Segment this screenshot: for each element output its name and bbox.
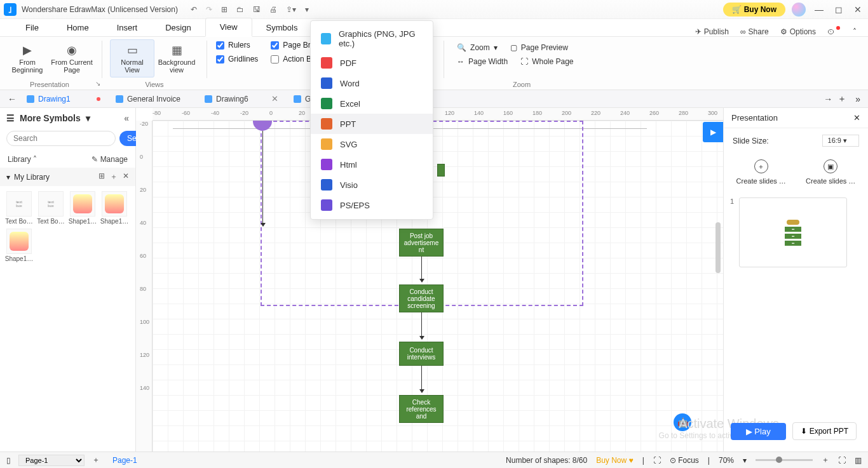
doc-tab-drawing1[interactable]: Drawing1 <box>19 90 108 108</box>
shape-thumb-3[interactable]: Shape1… <box>100 191 128 225</box>
shape-thumb-2[interactable]: Shape1… <box>69 191 97 225</box>
menu-design[interactable]: Design <box>151 19 205 36</box>
symbols-icon: ☰ <box>6 113 15 123</box>
shape-thumb-1[interactable]: textboxText Bo… <box>37 191 65 225</box>
qat-more-icon[interactable]: ▾ <box>305 5 309 14</box>
mylib-caret-icon[interactable]: ▾ <box>6 173 10 182</box>
slide-size-select[interactable]: 16:9 ▾ <box>822 135 859 147</box>
menu-symbols[interactable]: Symbols <box>252 19 312 36</box>
undo-icon[interactable]: ↶ <box>191 5 197 14</box>
manage-button[interactable]: ✎ Manage <box>92 155 128 164</box>
save-icon[interactable]: 🖫 <box>253 5 261 14</box>
new-icon[interactable]: ⊞ <box>221 5 227 14</box>
close-tab-icon[interactable]: ✕ <box>271 94 278 104</box>
ic-svg-icon <box>321 138 332 150</box>
rulers-checkbox[interactable]: Rulers <box>216 41 258 50</box>
export-item-html[interactable]: Html <box>311 154 433 175</box>
minimize-icon[interactable]: — <box>812 4 826 15</box>
notifications-icon[interactable]: ⏲ <box>827 27 841 36</box>
focus-button[interactable]: ⊙ Focus <box>670 456 699 465</box>
publish-button[interactable]: ✈ Publish <box>695 27 729 36</box>
menu-insert[interactable]: Insert <box>103 19 152 36</box>
maximize-icon[interactable]: ◻ <box>832 4 845 15</box>
export-item-ps-eps[interactable]: PS/EPS <box>311 195 433 215</box>
flow-node-2[interactable]: Conduct interviews <box>399 342 444 366</box>
create-slides-2-button[interactable]: ▣Create slides … <box>806 159 855 185</box>
mylib-close-icon[interactable]: ✕ <box>123 171 129 182</box>
page-tab-active[interactable]: Page-1 <box>107 456 142 465</box>
flow-node-hidden[interactable] <box>437 164 445 177</box>
page-selector[interactable]: Page-1 <box>18 455 85 466</box>
mylib-add-icon[interactable]: ＋ <box>110 171 118 182</box>
share-button[interactable]: ∞ Share <box>740 27 769 36</box>
flow-node-3[interactable]: Check references and <box>399 395 444 423</box>
export-item-word[interactable]: Word <box>311 73 433 93</box>
flow-node-1[interactable]: Conduct candidate screening <box>399 284 444 312</box>
symbol-search-input[interactable] <box>6 131 116 146</box>
export-item-visio[interactable]: Visio <box>311 175 433 195</box>
scrollbar-vertical[interactable] <box>715 222 721 273</box>
tab-prev-icon[interactable]: ← <box>5 94 19 104</box>
zoom-slider[interactable] <box>756 459 813 461</box>
add-page-icon[interactable]: ＋ <box>92 455 100 465</box>
export-item-excel[interactable]: Excel <box>311 93 433 114</box>
fit-icon[interactable]: ⛶ <box>653 456 661 465</box>
shape-thumb-4[interactable]: Shape1… <box>5 229 33 262</box>
buy-now-button[interactable]: 🛒 Buy Now <box>723 3 785 17</box>
zoom-button[interactable]: 🔍 Zoom▾ <box>457 43 498 52</box>
whole-page-button[interactable]: ⛶ Whole Page <box>520 57 573 66</box>
close-right-panel-icon[interactable]: ✕ <box>853 113 860 123</box>
export-item-ppt[interactable]: PPT <box>311 114 433 134</box>
play-button[interactable]: ▶ Play <box>731 423 786 440</box>
from-beginning-button[interactable]: ▶From Beginning <box>5 39 50 77</box>
close-icon[interactable]: ✕ <box>851 4 864 15</box>
tab-overflow-icon[interactable]: » <box>853 94 863 104</box>
page-layout-icon[interactable]: ▯ <box>6 456 11 465</box>
my-library-label[interactable]: My Library <box>14 173 50 182</box>
canvas[interactable]: Post job advertiseme ntConduct candidate… <box>153 121 723 457</box>
buy-now-link[interactable]: Buy Now ♥ <box>596 456 634 465</box>
export-ppt-button[interactable]: ⬇ Export PPT <box>792 422 857 440</box>
flow-arrow-start <box>262 131 263 226</box>
user-avatar-icon[interactable] <box>792 3 806 17</box>
zoom-in-icon[interactable]: ＋ <box>822 455 829 465</box>
print-icon[interactable]: 🖨 <box>269 5 277 14</box>
collapse-left-icon[interactable]: « <box>124 113 129 123</box>
export-dropdown-icon[interactable]: ⇪▾ <box>286 5 296 14</box>
more-symbols-label[interactable]: More Symbols <box>20 113 81 123</box>
presentation-side-tab-icon[interactable]: ▶ <box>703 122 723 142</box>
gridlines-checkbox[interactable]: Gridlines <box>216 55 258 64</box>
menu-view[interactable]: View <box>205 18 252 37</box>
background-view-button[interactable]: ▦Background view <box>154 39 199 77</box>
collapse-ribbon-icon[interactable]: ˄ <box>853 27 857 36</box>
export-item-pdf[interactable]: PDF <box>311 53 433 73</box>
options-button[interactable]: ⚙ Options <box>780 27 816 36</box>
doc-tab-drawing6[interactable]: Drawing6✕ <box>197 90 286 108</box>
shape-thumb-0[interactable]: textboxText Bo… <box>5 191 33 225</box>
normal-view-button[interactable]: ▭Normal View <box>110 39 154 77</box>
app-logo-icon: ｣ <box>4 3 17 16</box>
mylib-grid-icon[interactable]: ⊞ <box>98 171 105 182</box>
tab-next-icon[interactable]: → <box>821 94 835 104</box>
ruler-vertical: -20020406080100120140 <box>136 121 153 457</box>
fit-page-icon[interactable]: ⛶ <box>838 456 846 465</box>
from-current-page-button[interactable]: ◉From Current Page <box>50 39 94 77</box>
zoom-value[interactable]: 70% <box>719 456 734 465</box>
menu-file[interactable]: File <box>11 19 53 36</box>
create-slides-1-button[interactable]: ＋Create slides … <box>736 159 786 185</box>
presentation-title: Presentation <box>731 113 778 123</box>
export-item-graphics-png-jpg-etc-[interactable]: Graphics (PNG, JPG etc.) <box>311 25 433 53</box>
page-width-button[interactable]: ↔ Page Width <box>457 57 508 66</box>
menu-home[interactable]: Home <box>53 19 103 36</box>
panels-icon[interactable]: ▥ <box>855 456 862 465</box>
redo-icon[interactable]: ↷ <box>206 5 212 14</box>
doc-tab-general-invoice[interactable]: General Invoice <box>108 90 197 108</box>
export-item-svg[interactable]: SVG <box>311 134 433 154</box>
chat-help-icon[interactable]: 🤖 <box>674 413 691 431</box>
flow-node-0[interactable]: Post job advertiseme nt <box>399 229 444 257</box>
tab-add-icon[interactable]: ＋ <box>835 93 849 105</box>
page-preview-button[interactable]: ▢ Page Preview <box>510 43 568 52</box>
slide-thumbnail-1[interactable]: 1 ▪▪ ▪▪ ▪▪ <box>724 195 868 270</box>
open-icon[interactable]: 🗀 <box>236 5 244 14</box>
library-dropdown[interactable]: Library ˄ <box>8 155 37 164</box>
